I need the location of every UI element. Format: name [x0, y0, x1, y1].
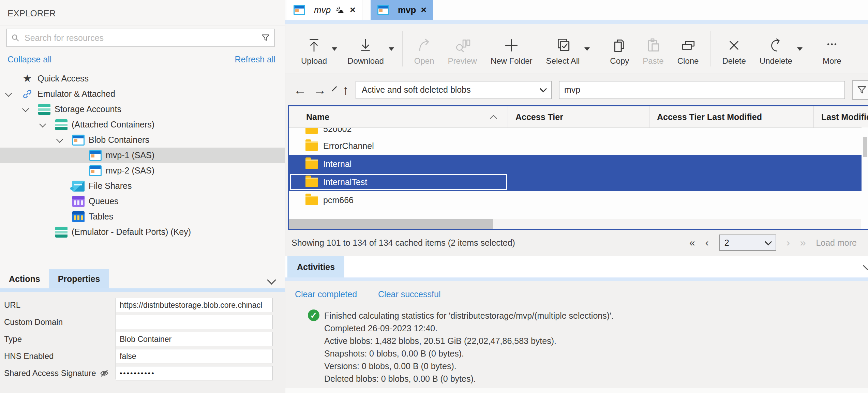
tree-item-mvp-2[interactable]: mvp-2 (SAS): [0, 163, 285, 178]
property-row: URL https://distributestorage.blob.core.…: [0, 297, 285, 314]
bottom-scrollbar-track[interactable]: [285, 388, 868, 393]
refresh-all-link[interactable]: Refresh all: [235, 55, 276, 64]
next-page-button[interactable]: ›: [787, 237, 790, 248]
clone-button[interactable]: Clone: [671, 32, 706, 66]
tab-mvp-active[interactable]: mvp ×: [371, 0, 433, 20]
tree-item-blob-containers[interactable]: Blob Containers: [0, 132, 285, 148]
column-header-access-tier-last-modified[interactable]: Access Tier Last Modified: [649, 106, 814, 127]
eye-slash-icon[interactable]: [100, 368, 109, 378]
hns-enabled-value[interactable]: false: [116, 349, 273, 363]
tree-item-emulator-attached[interactable]: Emulator & Attached: [0, 86, 285, 102]
folder-icon: [305, 141, 318, 151]
dropdown-caret-icon[interactable]: [332, 47, 337, 51]
vertical-scrollbar[interactable]: [862, 127, 868, 219]
collapse-panel-chevron-icon[interactable]: [267, 275, 276, 285]
dropdown-caret-icon[interactable]: [584, 47, 590, 51]
tree-item-file-shares[interactable]: File Shares: [0, 178, 285, 194]
blob-container-icon: [294, 5, 305, 15]
collapse-activities-chevron-icon[interactable]: [863, 261, 868, 270]
tab-activities[interactable]: Activities: [287, 256, 344, 277]
more-button[interactable]: More: [816, 32, 848, 66]
url-value[interactable]: https://distributestorage.blob.core.chin…: [116, 298, 273, 312]
resource-search-box[interactable]: [6, 29, 275, 47]
clear-completed-link[interactable]: Clear completed: [295, 289, 357, 299]
alert-icon: [335, 5, 345, 15]
panel-accent-strip: [0, 288, 285, 292]
table-row-selected[interactable]: Internal: [289, 155, 868, 173]
close-tab-icon[interactable]: ×: [350, 5, 355, 15]
dropdown-caret-icon[interactable]: [797, 47, 803, 51]
tree-item-queues[interactable]: Queues: [0, 194, 285, 209]
open-button[interactable]: Open: [407, 32, 441, 66]
filter-button[interactable]: [852, 80, 868, 100]
storage-explorer-app: EXPLORER Collapse all Refresh all Quick …: [0, 0, 868, 393]
tree-item-quick-access[interactable]: Quick Access: [0, 71, 285, 86]
up-arrow-icon[interactable]: ↑: [342, 84, 349, 96]
forward-arrow-icon[interactable]: →: [313, 84, 326, 96]
collapse-all-link[interactable]: Collapse all: [8, 55, 51, 64]
column-header-last-modified[interactable]: Last Modified: [814, 106, 868, 127]
scrollbar-thumb[interactable]: [863, 137, 867, 157]
property-row: Shared Access Signature ••••••••••: [0, 365, 285, 382]
delete-button[interactable]: Delete: [715, 32, 752, 66]
copy-icon: [611, 32, 628, 54]
blob-container-icon: [89, 165, 102, 176]
type-value[interactable]: Blob Container: [116, 332, 273, 346]
table-row[interactable]: pcm666: [289, 191, 868, 209]
blob-container-icon: [89, 150, 102, 161]
download-button[interactable]: Download: [341, 32, 398, 66]
filter-icon[interactable]: [261, 33, 270, 42]
scrollbar-thumb[interactable]: [289, 219, 493, 229]
tree-item-attached-containers[interactable]: (Attached Containers): [0, 117, 285, 132]
folder-icon: [305, 128, 318, 134]
custom-domain-value[interactable]: [116, 315, 273, 329]
chevron-down-icon[interactable]: [5, 90, 12, 97]
column-header-access-tier[interactable]: Access Tier: [508, 106, 649, 127]
status-bar: Showing 101 to 134 of 134 cached items (…: [285, 229, 868, 256]
sas-value[interactable]: ••••••••••: [116, 366, 273, 380]
table-row-selected-focused[interactable]: InternalTest: [289, 173, 868, 191]
chevron-down-icon[interactable]: [22, 105, 29, 112]
page-select[interactable]: 2: [719, 235, 776, 251]
copy-button[interactable]: Copy: [603, 32, 636, 66]
activities-tab-bar: Activities: [285, 256, 868, 277]
last-page-button[interactable]: »: [800, 237, 806, 248]
horizontal-scrollbar[interactable]: [289, 219, 861, 229]
blob-container-icon: [377, 5, 389, 15]
table-row[interactable]: ErrorChannel: [289, 137, 868, 155]
chevron-down-icon[interactable]: [56, 136, 63, 143]
load-more-button[interactable]: Load more: [816, 238, 857, 248]
delete-x-icon: [726, 32, 742, 54]
first-page-button[interactable]: «: [689, 237, 695, 248]
table-header: Name Access Tier Access Tier Last Modifi…: [289, 106, 868, 128]
search-icon: [11, 33, 20, 42]
tree-item-emulator-default-ports[interactable]: (Emulator - Default Ports) (Key): [0, 224, 285, 240]
tree-item-mvp-1[interactable]: mvp-1 (SAS): [0, 148, 285, 163]
column-header-name[interactable]: Name: [289, 106, 508, 127]
tab-mvp-preview[interactable]: mvp ×: [287, 0, 362, 20]
tree-item-storage-accounts[interactable]: Storage Accounts: [0, 102, 285, 117]
resource-search-input[interactable]: [24, 33, 257, 43]
close-tab-icon[interactable]: ×: [421, 5, 426, 15]
paste-icon: [645, 32, 661, 54]
back-arrow-icon[interactable]: ←: [294, 84, 306, 96]
undelete-button[interactable]: Undelete: [753, 32, 806, 66]
select-all-button[interactable]: Select All: [539, 32, 594, 66]
preview-button[interactable]: Preview: [441, 32, 484, 66]
chevron-down-icon[interactable]: [332, 86, 337, 92]
table-row[interactable]: 520002: [289, 128, 868, 137]
select-all-icon: [555, 32, 571, 54]
activity-entry[interactable]: Finished calculating statistics for 'dis…: [308, 309, 868, 393]
blob-state-filter-select[interactable]: Active and soft deleted blobs: [356, 81, 552, 99]
upload-button[interactable]: Upload: [294, 32, 341, 66]
clear-successful-link[interactable]: Clear successful: [378, 289, 440, 299]
blob-search-input[interactable]: [559, 81, 845, 99]
dropdown-caret-icon[interactable]: [389, 47, 394, 51]
tree-item-tables[interactable]: Tables: [0, 209, 285, 224]
paste-button[interactable]: Paste: [636, 32, 670, 66]
tab-actions[interactable]: Actions: [0, 269, 49, 288]
chevron-down-icon[interactable]: [39, 121, 46, 127]
previous-page-button[interactable]: ‹: [705, 237, 709, 248]
new-folder-button[interactable]: New Folder: [484, 32, 539, 66]
tab-properties[interactable]: Properties: [49, 269, 109, 288]
